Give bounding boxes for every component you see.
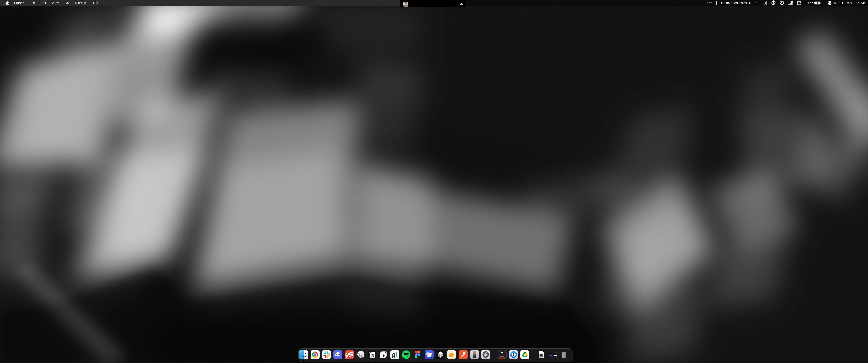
svg-text:N: N: [371, 353, 374, 358]
svg-text:g: g: [392, 351, 396, 358]
svg-text:g: g: [764, 1, 766, 5]
svg-text:raycast: raycast: [500, 355, 504, 357]
svg-text:31: 31: [555, 356, 556, 357]
svg-text:10: 10: [381, 354, 385, 358]
